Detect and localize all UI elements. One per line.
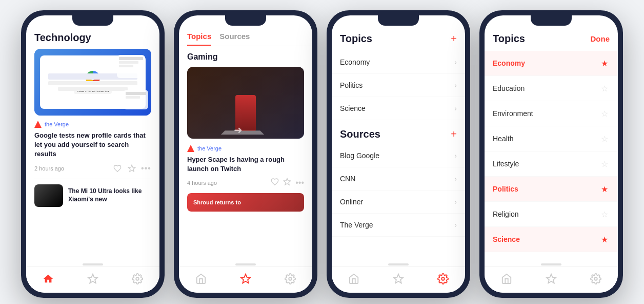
- phone-1: Technology G: [21, 10, 165, 298]
- nav-bookmarks-3[interactable]: [392, 272, 405, 286]
- star-health[interactable]: ☆: [599, 134, 610, 144]
- svg-point-3: [594, 277, 597, 280]
- nav-home-3[interactable]: [347, 272, 360, 286]
- phones-container: Technology G: [21, 10, 623, 298]
- svg-point-0: [136, 277, 139, 280]
- star-lifestyle[interactable]: ☆: [599, 159, 610, 169]
- nav-home-2[interactable]: [194, 272, 208, 286]
- phone-4: Topics Done Economy ★ Education ☆: [479, 10, 623, 298]
- article1-source: the Verge: [45, 121, 69, 127]
- article1-title: Google tests new profile cards that let …: [34, 131, 151, 159]
- phone1-title: Technology: [34, 32, 151, 44]
- star-science[interactable]: ★: [599, 234, 610, 244]
- article2-actions: •••: [271, 178, 304, 188]
- source-blog-google[interactable]: Blog Google ›: [332, 144, 465, 167]
- tab-sources[interactable]: Sources: [219, 32, 250, 46]
- mini-article-title: The Mi 10 Ultra looks like Xiaomi's new: [68, 187, 151, 203]
- article1-time: 2 hours ago: [34, 165, 108, 172]
- chevron-economy: ›: [454, 58, 457, 66]
- bookmark-button-1[interactable]: [127, 163, 137, 174]
- sources-header-row: Sources +: [332, 120, 465, 144]
- like-button-1[interactable]: [112, 163, 123, 174]
- topic-economy[interactable]: Economy ›: [332, 51, 465, 74]
- nav-bookmarks-4[interactable]: [545, 272, 558, 286]
- done-button[interactable]: Done: [591, 34, 610, 43]
- topic-row-lifestyle[interactable]: Lifestyle ☆: [485, 151, 618, 177]
- bookmark-button-2[interactable]: [283, 178, 291, 188]
- svg-point-1: [289, 277, 292, 280]
- like-button-2[interactable]: [271, 178, 279, 188]
- topic-row-economy[interactable]: Economy ★: [485, 51, 618, 76]
- topics-list: Economy › Politics › Science ›: [332, 51, 465, 120]
- star-environment[interactable]: ☆: [599, 108, 610, 119]
- bottom-nav-1: [26, 267, 159, 293]
- source-onliner[interactable]: Onliner ›: [332, 191, 465, 214]
- nav-settings-4[interactable]: [589, 272, 602, 286]
- chevron-the-verge: ›: [454, 221, 457, 229]
- phone-2: Topics Sources Gaming ➜: [174, 10, 317, 298]
- topic-row-education[interactable]: Education ☆: [485, 76, 618, 101]
- article2-source: the Verge: [197, 145, 222, 151]
- star-education[interactable]: ☆: [599, 83, 610, 93]
- chevron-cnn: ›: [454, 175, 457, 183]
- chevron-onliner: ›: [454, 198, 457, 206]
- nav-bookmarks-1[interactable]: [86, 272, 99, 286]
- topic-row-sport[interactable]: Sport ☆: [485, 252, 618, 261]
- phone1-scroll: G Add me to search: [26, 49, 159, 261]
- nav-settings-2[interactable]: [284, 272, 297, 286]
- nav-home-1[interactable]: [42, 272, 55, 286]
- article2-time: 4 hours ago: [187, 180, 267, 186]
- topics-done-list: Economy ★ Education ☆ Environment ☆: [485, 51, 618, 261]
- article1-image: G Add me to search: [34, 49, 151, 116]
- star-politics[interactable]: ★: [599, 184, 610, 194]
- sources-add-button[interactable]: +: [451, 128, 457, 140]
- notch-4: [531, 15, 572, 26]
- topic-row-religion[interactable]: Religion ☆: [485, 202, 618, 227]
- star-economy[interactable]: ★: [599, 58, 610, 68]
- article2-source-row: the Verge: [179, 145, 312, 155]
- source-the-verge[interactable]: The Verge ›: [332, 214, 465, 237]
- sources-section-title: Sources: [340, 128, 380, 140]
- topic-row-environment[interactable]: Environment ☆: [485, 101, 618, 126]
- more-button-1[interactable]: •••: [141, 163, 151, 174]
- nav-bookmarks-2[interactable]: [239, 272, 252, 286]
- topic-row-politics[interactable]: Politics ★: [485, 177, 618, 202]
- nav-home-4[interactable]: [500, 272, 513, 286]
- source-cnn[interactable]: CNN ›: [332, 167, 465, 191]
- mini-article-1[interactable]: The Mi 10 Ultra looks like Xiaomi's new: [34, 184, 151, 207]
- topic-science[interactable]: Science ›: [332, 97, 465, 120]
- phone4-header: Topics Done: [485, 28, 618, 51]
- phone1-header: Technology: [26, 28, 159, 49]
- scroll-indicator-2: [235, 263, 256, 265]
- topic-row-science[interactable]: Science ★: [485, 227, 618, 252]
- divider-1: [34, 179, 151, 179]
- tabs-row: Topics Sources: [179, 28, 312, 46]
- next-article-text: Shroud returns to: [193, 199, 241, 205]
- scroll-indicator-3: [388, 263, 409, 265]
- topic-row-health[interactable]: Health ☆: [485, 126, 618, 151]
- article1-meta: 2 hours ago •••: [34, 163, 151, 174]
- topics-add-button[interactable]: +: [451, 33, 457, 45]
- verge-logo-2: [187, 145, 194, 152]
- gaming-section-title: Gaming: [179, 46, 312, 67]
- notch-3: [378, 15, 419, 26]
- nav-settings-3[interactable]: [436, 272, 450, 286]
- sources-list: Blog Google › CNN › Onliner › The Verg: [332, 144, 465, 237]
- scroll-indicator-4: [541, 263, 561, 265]
- tab-topics[interactable]: Topics: [187, 32, 211, 46]
- notch-1: [72, 15, 113, 26]
- nav-settings-1[interactable]: [131, 272, 144, 286]
- more-button-2[interactable]: •••: [295, 178, 304, 187]
- topic-politics[interactable]: Politics ›: [332, 74, 465, 97]
- article1-actions: •••: [112, 163, 151, 174]
- star-sport[interactable]: ☆: [599, 259, 610, 261]
- svg-point-2: [441, 277, 445, 280]
- mini-thumb-1: [34, 184, 63, 207]
- phone-3: Topics + Economy › Politics ›: [327, 10, 470, 298]
- bottom-nav-3: [332, 267, 465, 293]
- article2-title: Hyper Scape is having a rough launch on …: [179, 155, 312, 174]
- bottom-nav-2: [179, 267, 312, 293]
- bottom-nav-4: [485, 267, 618, 293]
- next-article-preview[interactable]: Shroud returns to: [187, 193, 304, 212]
- star-religion[interactable]: ☆: [599, 209, 610, 219]
